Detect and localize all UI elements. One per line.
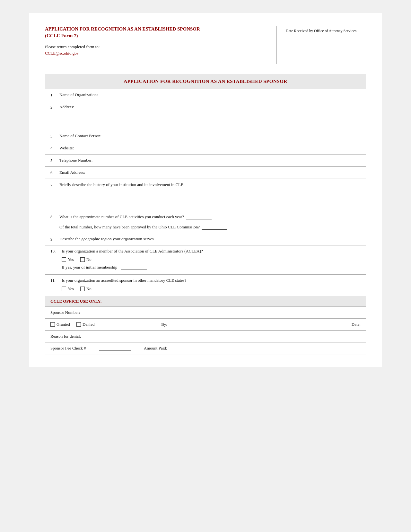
q11-label: Is your organization an accredited spons… xyxy=(62,278,186,283)
row-number-9: 9. xyxy=(50,236,59,242)
page-container: APPLICATION FOR RECOGNITION AS AN ESTABL… xyxy=(29,13,382,367)
label-7: Briefly describe the history of your ins… xyxy=(59,182,184,187)
denied-option[interactable]: Denied xyxy=(76,322,95,327)
q11-no-option[interactable]: No xyxy=(80,286,92,291)
date-label: Date: xyxy=(352,322,361,327)
q8-text-2: Of the total number, how many have been … xyxy=(59,225,200,230)
label-3: Name of Contact Person: xyxy=(59,133,101,138)
q11-header: 11. Is your organization an accredited s… xyxy=(50,278,361,283)
row-number-1: 1. xyxy=(50,92,59,98)
form-title-row: APPLICATION FOR RECOGNITION AS AN ESTABL… xyxy=(45,74,366,89)
field-row-10: 10. Is your organization a member of the… xyxy=(45,245,366,275)
granted-option[interactable]: Granted xyxy=(50,322,70,327)
amount-paid-label: Amount Paid: xyxy=(144,346,167,351)
granted-checkbox[interactable] xyxy=(50,322,55,327)
q11-number: 11. xyxy=(50,278,62,283)
date-received-box: Date Received by Office of Attorney Serv… xyxy=(276,26,366,64)
row-content-4: Website: xyxy=(59,146,361,151)
q10-yes-label: Yes xyxy=(68,257,74,262)
by-field: By: xyxy=(101,322,227,327)
q10-no-label: No xyxy=(86,257,92,262)
return-text: Please return completed form to: xyxy=(45,44,267,49)
q10-no-checkbox[interactable] xyxy=(80,257,85,262)
label-5: Telephone Number: xyxy=(59,158,92,163)
row-number-6: 6. xyxy=(50,170,59,175)
email-address[interactable]: CCLE@sc.ohio.gov xyxy=(45,51,267,56)
q11-yes-label: Yes xyxy=(68,286,74,291)
q10-number: 10. xyxy=(50,249,62,254)
header-section: APPLICATION FOR RECOGNITION AS AN ESTABL… xyxy=(45,26,366,64)
row-number-2: 2. xyxy=(50,104,59,110)
q8-number: 8. xyxy=(50,214,59,219)
date-received-label: Date Received by Office of Attorney Serv… xyxy=(279,29,363,33)
q10-label: Is your organization a member of the Ass… xyxy=(62,249,203,254)
field-row-11: 11. Is your organization an accredited s… xyxy=(45,275,366,296)
granted-denied-row: Granted Denied By: Date: xyxy=(45,319,366,331)
row-content-5: Telephone Number: xyxy=(59,158,361,163)
main-form: APPLICATION FOR RECOGNITION AS AN ESTABL… xyxy=(45,74,366,354)
q10-membership-field[interactable] xyxy=(121,265,147,270)
sponsor-fee-field[interactable] xyxy=(99,346,131,351)
main-title: APPLICATION FOR RECOGNITION AS AN ESTABL… xyxy=(45,26,267,39)
label-2: Address: xyxy=(59,104,74,109)
row-number-4: 4. xyxy=(50,146,59,151)
q11-checkboxes: Yes No xyxy=(62,286,361,291)
row-content-7: Briefly describe the history of your ins… xyxy=(59,182,361,187)
header-left: APPLICATION FOR RECOGNITION AS AN ESTABL… xyxy=(45,26,267,56)
row-number-7: 7. xyxy=(50,182,59,188)
ccle-use-label: CCLE OFFICE USE ONLY: xyxy=(50,299,102,304)
q11-yes-checkbox[interactable] xyxy=(62,287,66,291)
sponsor-number-row: Sponsor Number: xyxy=(45,307,366,319)
q11-no-label: No xyxy=(86,286,92,291)
ccle-use-header: CCLE OFFICE USE ONLY: xyxy=(45,296,366,307)
row-content-6: Email Address: xyxy=(59,170,361,175)
sponsor-fee-row: Sponsor Fee Check # Amount Paid: xyxy=(45,342,366,354)
label-9: Describe the geographic region your orga… xyxy=(59,236,155,241)
q8-line-2: Of the total number, how many have been … xyxy=(59,225,361,230)
field-row-1: 1. Name of Organization: xyxy=(45,89,366,101)
label-4: Website: xyxy=(59,146,74,150)
q11-no-checkbox[interactable] xyxy=(80,287,85,291)
row-number-5: 5. xyxy=(50,158,59,163)
field-row-5: 5. Telephone Number: xyxy=(45,155,366,167)
row-content-9: Describe the geographic region your orga… xyxy=(59,236,361,242)
field-row-7: 7. Briefly describe the history of your … xyxy=(45,179,366,211)
field-row-8: 8. What is the approximate number of CLE… xyxy=(45,211,366,233)
row-content-1: Name of Organization: xyxy=(59,92,361,97)
denied-checkbox[interactable] xyxy=(76,322,81,327)
denied-label: Denied xyxy=(83,322,95,327)
q10-no-option[interactable]: No xyxy=(80,257,92,262)
q10-checkboxes: Yes No xyxy=(62,257,361,262)
field-row-2: 2. Address: xyxy=(45,101,366,130)
q10-yes-checkbox[interactable] xyxy=(62,257,66,262)
row-number-3: 3. xyxy=(50,133,59,139)
label-1: Name of Organization: xyxy=(59,92,98,97)
q11-yes-option[interactable]: Yes xyxy=(62,286,74,291)
field-row-3: 3. Name of Contact Person: xyxy=(45,130,366,142)
reason-row: Reason for denial: xyxy=(45,331,366,342)
q8-text-1: What is the approximate number of CLE ac… xyxy=(59,214,184,219)
q8-field-1[interactable] xyxy=(186,214,212,219)
row-content-3: Name of Contact Person: xyxy=(59,133,361,138)
row-content-2: Address: xyxy=(59,104,361,110)
q10-membership: If yes, year of initial membership xyxy=(62,265,361,270)
field-row-6: 6. Email Address: xyxy=(45,167,366,179)
by-label: By: xyxy=(161,322,167,327)
q8-line-1: 8. What is the approximate number of CLE… xyxy=(50,214,361,219)
q10-yes-option[interactable]: Yes xyxy=(62,257,74,262)
sponsor-fee-label: Sponsor Fee Check # xyxy=(50,346,86,351)
q8-field-2[interactable] xyxy=(202,225,227,230)
reason-label: Reason for denial: xyxy=(50,334,81,339)
q10-membership-label: If yes, year of initial membership xyxy=(62,265,117,270)
label-6: Email Address: xyxy=(59,170,85,175)
q10-header: 10. Is your organization a member of the… xyxy=(50,249,361,254)
granted-label: Granted xyxy=(57,322,70,327)
field-row-9: 9. Describe the geographic region your o… xyxy=(45,233,366,245)
sponsor-number-label: Sponsor Number: xyxy=(50,310,80,315)
form-title: APPLICATION FOR RECOGNITION AS AN ESTABL… xyxy=(124,79,287,84)
date-field: Date: xyxy=(234,322,361,327)
field-row-4: 4. Website: xyxy=(45,142,366,155)
